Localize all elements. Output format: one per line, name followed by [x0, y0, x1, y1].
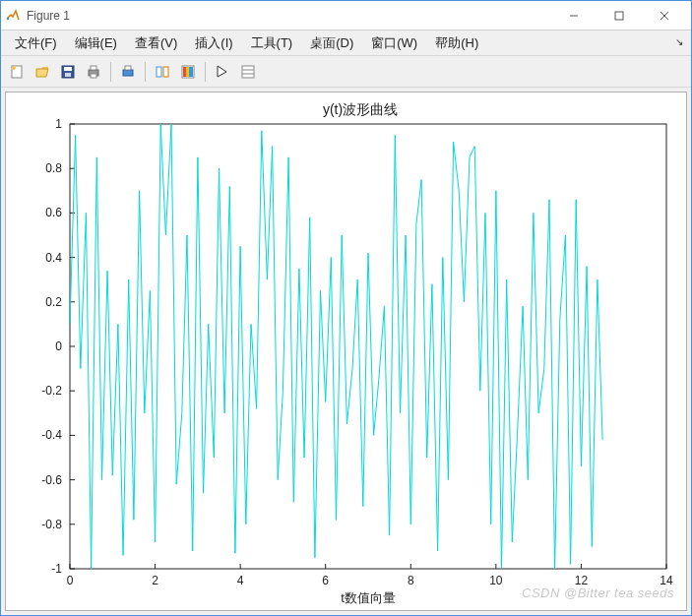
svg-text:-0.4: -0.4: [41, 428, 62, 442]
svg-text:8: 8: [408, 574, 414, 587]
chart[interactable]: y(t)波形曲线 02468101214 -1-0.8-0.6-0.4-0.20…: [6, 92, 686, 608]
svg-rect-13: [123, 70, 133, 76]
print-preview-button[interactable]: [116, 60, 140, 84]
svg-text:0: 0: [67, 574, 74, 587]
toolbar-separator: [110, 62, 111, 82]
print-button[interactable]: [82, 60, 105, 84]
close-button[interactable]: [642, 2, 687, 30]
svg-text:4: 4: [237, 574, 244, 587]
matlab-icon: [5, 8, 21, 24]
svg-rect-18: [183, 67, 186, 77]
menu-insert[interactable]: 插入(I): [187, 31, 240, 55]
svg-text:-0.6: -0.6: [41, 473, 62, 487]
svg-rect-12: [91, 74, 96, 78]
maximize-button[interactable]: [597, 2, 642, 30]
svg-text:0.6: 0.6: [45, 206, 62, 219]
svg-rect-20: [189, 67, 193, 77]
menu-desktop[interactable]: 桌面(D): [302, 31, 361, 55]
dock-arrow-icon[interactable]: ↘: [675, 36, 683, 47]
menubar: 文件(F) 编辑(E) 查看(V) 插入(I) 工具(T) 桌面(D) 窗口(W…: [1, 31, 691, 56]
window-title: Figure 1: [27, 9, 551, 23]
figure-window: Figure 1 文件(F) 编辑(E) 查看(V) 插入(I) 工具(T) 桌…: [0, 0, 692, 616]
svg-text:0.2: 0.2: [45, 295, 62, 309]
svg-rect-11: [91, 66, 96, 70]
menu-edit[interactable]: 编辑(E): [67, 31, 125, 55]
svg-rect-8: [64, 67, 72, 71]
insert-colorbar-button[interactable]: [176, 60, 200, 84]
svg-point-0: [7, 17, 9, 19]
titlebar: Figure 1: [1, 1, 691, 31]
chart-title: y(t)波形曲线: [323, 101, 398, 117]
svg-rect-9: [65, 73, 71, 77]
svg-text:12: 12: [575, 574, 589, 587]
svg-rect-19: [186, 67, 189, 77]
edit-plot-button[interactable]: [211, 60, 234, 84]
svg-text:6: 6: [322, 574, 329, 587]
menu-tools[interactable]: 工具(T): [243, 31, 301, 55]
data-cursor-button[interactable]: [236, 60, 260, 84]
figure-canvas-area: y(t)波形曲线 02468101214 -1-0.8-0.6-0.4-0.20…: [1, 88, 691, 615]
svg-rect-2: [615, 12, 623, 20]
new-figure-button[interactable]: [5, 60, 29, 84]
x-axis-ticks: 02468101214: [67, 564, 673, 587]
svg-text:10: 10: [489, 574, 503, 587]
svg-text:2: 2: [152, 574, 158, 587]
svg-text:-1: -1: [51, 562, 62, 576]
svg-text:-0.8: -0.8: [41, 518, 62, 531]
svg-rect-21: [242, 66, 254, 78]
menu-help[interactable]: 帮助(H): [427, 31, 486, 55]
svg-rect-14: [125, 66, 131, 70]
svg-text:1: 1: [55, 117, 62, 131]
window-controls: [551, 2, 687, 30]
data-series-line: [70, 124, 602, 569]
svg-rect-16: [163, 67, 168, 77]
menu-window[interactable]: 窗口(W): [363, 31, 425, 55]
toolbar: [1, 56, 691, 88]
svg-text:0.8: 0.8: [45, 161, 62, 175]
menu-view[interactable]: 查看(V): [127, 31, 185, 55]
svg-text:0: 0: [55, 339, 62, 353]
toolbar-separator: [145, 62, 146, 82]
plot-frame: y(t)波形曲线 02468101214 -1-0.8-0.6-0.4-0.20…: [5, 92, 687, 611]
open-button[interactable]: [31, 60, 54, 84]
menu-file[interactable]: 文件(F): [7, 31, 65, 55]
svg-text:0.4: 0.4: [45, 251, 62, 265]
svg-text:14: 14: [660, 574, 673, 587]
link-button[interactable]: [151, 60, 174, 84]
svg-point-6: [12, 66, 16, 70]
x-axis-label: t数值向量: [341, 590, 396, 605]
svg-rect-15: [157, 67, 161, 77]
minimize-button[interactable]: [551, 2, 597, 30]
save-button[interactable]: [56, 60, 80, 84]
toolbar-separator: [205, 62, 206, 82]
svg-text:-0.2: -0.2: [41, 384, 62, 398]
